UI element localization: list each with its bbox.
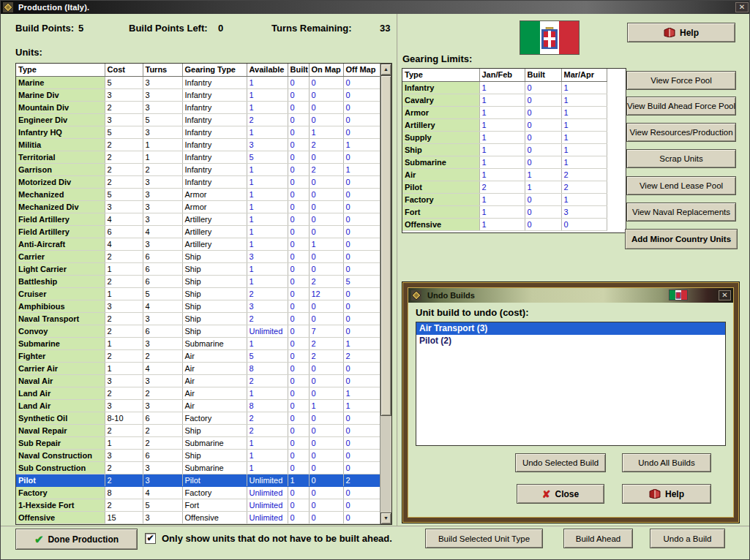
undo-selected-build-button[interactable]: Undo Selected Build [515,453,606,472]
gearing-table-row[interactable]: Supply101 [402,131,607,143]
units-table-row[interactable]: Infantry HQ53Infantry1010 [16,126,380,138]
units-scrollbar[interactable]: ▲ ▼ [380,64,391,524]
cell: 0 [525,205,561,218]
units-table-row[interactable]: Pilot23PilotUnlimited102 [16,474,380,486]
cell: 1 [105,337,143,349]
units-table-row[interactable]: Sub Construction23Submarine1000 [16,461,380,474]
build-ahead-button[interactable]: Build Ahead [563,529,633,548]
cell: 3 [143,88,182,101]
gearing-table-row[interactable]: Offensive100 [402,218,607,230]
gearing-table-row[interactable]: Ship101 [402,143,607,156]
cell: 0 [343,126,380,138]
cell: Carrier Air [16,362,105,374]
units-table-row[interactable]: Motorized Div23Infantry1000 [16,175,380,188]
gearing-table-row[interactable]: Pilot212 [402,181,607,193]
gearing-table-row[interactable]: Armor101 [402,106,607,118]
units-table-row[interactable]: Amphibious34Ship3000 [16,300,380,312]
cell: 2 [247,113,288,126]
view-lend-lease-pool-button[interactable]: View Lend Lease Pool [626,176,736,195]
units-table-row[interactable]: 1-Hexside Fort25FortUnlimited000 [16,499,380,511]
col-cost: Cost [105,64,143,76]
units-table-row[interactable]: Territorial21Infantry5000 [16,151,380,163]
gearing-table-row[interactable]: Cavalry101 [402,94,607,106]
units-table-row[interactable]: Factory84FactoryUnlimited000 [16,486,380,499]
production-window: Production (Italy). ✕ Build Points: 5 Bu… [0,0,750,560]
cell: 1 [479,156,525,168]
units-table-row[interactable]: Naval Air33Air2000 [16,374,380,387]
gearing-table-row[interactable]: Artillery101 [402,118,607,131]
units-table-row[interactable]: Marine Div33Infantry1000 [16,88,380,101]
units-table-row[interactable]: Naval Transport23Ship2000 [16,312,380,325]
build-selected-unit-type-button[interactable]: Build Selected Unit Type [425,529,543,548]
units-table-row[interactable]: Battleship26Ship1025 [16,275,380,287]
cell: Infantry HQ [16,126,105,138]
title-bar[interactable]: Production (Italy). ✕ [1,1,750,14]
gearing-table-row[interactable]: Factory101 [402,193,607,205]
units-table-row[interactable]: Mechanized Div33Armor1000 [16,200,380,213]
units-table-row[interactable]: Cruiser15Ship20120 [16,287,380,300]
scroll-up-icon[interactable]: ▲ [380,64,391,75]
units-table-row[interactable]: Carrier Air14Air8000 [16,362,380,374]
units-table-row[interactable]: Engineer Div35Infantry2000 [16,113,380,126]
cell: Field Artillery [16,225,105,238]
units-table-row[interactable]: Garrison22Infantry1021 [16,163,380,175]
units-table-row[interactable]: Sub Repair12Submarine1000 [16,436,380,449]
help-button[interactable]: Help [627,23,735,42]
units-table-row[interactable]: Militia21Infantry3021 [16,138,380,151]
undo-build-list[interactable]: Air Transport (3)Pilot (2) [416,322,726,446]
undo-close-button[interactable]: ✘ Close [517,484,604,504]
units-table-row[interactable]: Naval Construction36Ship1000 [16,449,380,461]
view-resources-production-button[interactable]: View Resources/Production [626,123,736,142]
units-table-row[interactable]: Anti-Aircraft43Artillery1010 [16,238,380,250]
cell: Artillery [402,118,479,131]
undo-title-bar[interactable]: Undo Builds ✕ [408,288,733,303]
undo-help-button[interactable]: Help [622,484,711,504]
units-table-row[interactable]: Marine53Infantry1000 [16,76,380,88]
view-force-pool-button[interactable]: View Force Pool [626,71,736,90]
scroll-down-icon[interactable]: ▼ [380,512,391,524]
cell: 3 [143,200,182,213]
scrollbar-thumb[interactable] [380,75,391,416]
units-table-row[interactable]: Mountain Div23Infantry1000 [16,101,380,113]
units-table-row[interactable]: Submarine13Submarine1021 [16,337,380,349]
units-table-row[interactable]: Land Air22Air1001 [16,387,380,399]
undo-a-build-button[interactable]: Undo a Build [650,529,725,548]
gearing-table-row[interactable]: Air112 [402,168,607,181]
view-naval-replacements-button[interactable]: View Naval Replacements [626,203,736,222]
units-table-row[interactable]: Convoy26ShipUnlimited070 [16,325,380,337]
gearing-table-row[interactable]: Submarine101 [402,156,607,168]
list-item[interactable]: Pilot (2) [416,335,725,347]
units-table-row[interactable]: Land Air33Air8011 [16,399,380,412]
undo-close-icon[interactable]: ✕ [719,290,731,300]
close-icon[interactable]: ✕ [735,2,749,12]
list-item[interactable]: Air Transport (3) [416,322,725,335]
units-table-row[interactable]: Field Artillery43Artillery1000 [16,213,380,225]
cell: 4 [143,362,182,374]
units-table-row[interactable]: Offensive153OffensiveUnlimited000 [16,511,380,523]
gearing-table-row[interactable]: Fort103 [402,205,607,218]
cell: 0 [288,436,309,449]
units-table-row[interactable]: Light Carrier16Ship1000 [16,262,380,275]
cell: Field Artillery [16,213,105,225]
cell: Artillery [182,225,247,238]
units-table-row[interactable]: Synthetic Oil8-106Factory2000 [16,412,380,424]
units-table-row[interactable]: Carrier26Ship3000 [16,250,380,262]
build-ahead-filter-checkbox[interactable]: ✔ [145,533,156,544]
scrap-units-button[interactable]: Scrap Units [626,149,736,168]
view-build-ahead-force-pool-button[interactable]: View Build Ahead Force Pool [626,97,736,116]
units-table-row[interactable]: Mechanized53Armor1000 [16,188,380,200]
turns-remaining-value: 33 [380,23,390,34]
cell: Engineer Div [16,113,105,126]
cell: 2 [105,175,143,188]
add-minor-country-units-button[interactable]: Add Minor Country Units [625,229,738,249]
units-table-row[interactable]: Field Artillery64Artillery1000 [16,225,380,238]
gearing-table-row[interactable]: Infantry101 [402,81,607,94]
cell: Carrier [16,250,105,262]
undo-all-builds-button[interactable]: Undo All Builds [622,453,711,472]
cell: 0 [525,156,561,168]
units-table-row[interactable]: Fighter22Air5022 [16,349,380,362]
cell: 1 [561,106,607,118]
done-production-button[interactable]: ✔ Done Production [15,529,138,550]
cell: 0 [343,76,380,88]
units-table-row[interactable]: Naval Repair22Ship2000 [16,424,380,436]
